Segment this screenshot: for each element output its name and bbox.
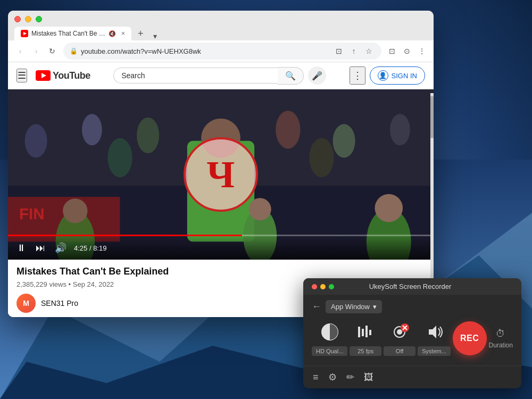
watermark-symbol: Ч [207,155,235,194]
svg-rect-28 [362,329,364,336]
recorder-titlebar: UkeySoft Screen Recorder [303,278,521,295]
duration-section: ⏱ Duration [489,328,513,349]
tab-dropdown-button[interactable]: ▾ [150,32,160,40]
more-options-button[interactable]: ⋮ [415,45,428,57]
forward-button[interactable]: › [29,44,43,58]
scrollbar-thumb[interactable] [430,96,434,138]
browser-window: Mistakes That Can't Be Ex... 🔇 × + ▾ ‹ ›… [8,11,434,317]
svg-marker-4 [23,32,27,35]
url-action-buttons: ⊡ ↑ ☆ [332,45,375,57]
list-button[interactable]: ≡ [312,371,320,384]
back-button[interactable]: ← [312,301,321,312]
voice-search-button[interactable]: 🎤 [308,66,326,85]
view-count: 2,385,229 views [16,280,66,288]
header-right: ⋮ 👤 SIGN IN [350,66,425,85]
tab-bar: Mistakes That Can't Be Ex... 🔇 × + ▾ [14,27,427,40]
youtube-logo[interactable]: YouTube [36,70,90,81]
svg-point-23 [309,138,334,178]
recorder-minimize-btn[interactable] [320,284,326,289]
url-bar[interactable]: 🔒 youtube.com/watch?v=wN-UEHXG8wk ⊡ ↑ ☆ [63,43,381,60]
minimize-button[interactable] [25,16,31,22]
video-player[interactable]: FIN [8,89,434,260]
tab-mute-icon[interactable]: 🔇 [109,30,116,37]
nav-buttons: ‹ › ↻ [13,44,59,58]
edit-button[interactable]: ✏ [345,370,355,384]
svg-point-17 [82,114,102,145]
maximize-button[interactable] [36,16,42,22]
svg-marker-36 [429,326,436,338]
svg-rect-27 [358,327,360,337]
dropdown-arrow: ▾ [373,303,377,311]
source-label: App Window [331,303,370,311]
search-container: 🔍 🎤 [113,66,326,85]
time-display: 4:25 / 8:19 [74,244,106,252]
webcam-icon [388,321,411,343]
profile-button[interactable]: ⊙ [401,45,413,57]
svg-point-20 [333,124,355,157]
recorder-body: ← App Window ▾ HD Qual... [303,295,521,365]
rec-label: REC [460,334,479,343]
bookmark-button[interactable]: ☆ [362,45,375,57]
fps-icon [354,321,377,343]
channel-name: SEN31 Pro [41,299,78,307]
url-display: youtube.com/watch?v=wN-UEHXG8wk [81,47,329,55]
audio-control: System... [418,321,451,356]
svg-rect-30 [369,330,371,335]
search-button[interactable]: 🔍 [278,67,304,85]
recorder-bottom-toolbar: ≡ ⚙ ✏ 🖼 [303,365,521,388]
upload-date: Sep 24, 2022 [73,280,114,288]
search-input[interactable] [113,68,278,84]
webcam-dropdown[interactable]: Off [384,346,415,356]
screenshot-button[interactable]: 🖼 [363,371,375,384]
separator: • [69,280,73,288]
watermark-overlay: Ч [184,137,258,212]
audio-dropdown[interactable]: System... [418,346,451,356]
youtube-logo-icon [36,70,51,81]
extensions-button[interactable]: ⊡ [386,45,398,57]
security-icon: 🔒 [70,47,78,55]
back-button[interactable]: ‹ [13,44,27,58]
refresh-button[interactable]: ↻ [45,44,59,58]
close-button[interactable] [14,16,21,22]
svg-point-16 [25,124,47,157]
quality-control: HD Qual... [312,321,347,356]
sign-in-button[interactable]: 👤 SIGN IN [370,66,425,85]
yt-favicon [21,30,28,37]
tab-close-btn[interactable]: × [121,30,125,37]
audio-icon [423,321,445,343]
svg-text:FIN: FIN [19,205,44,222]
svg-rect-29 [365,326,368,337]
recorder-title: UkeySoft Screen Recorder [369,282,452,290]
svg-point-11 [375,194,403,222]
active-tab[interactable]: Mistakes That Can't Be Ex... 🔇 × [14,27,131,40]
pause-button[interactable]: ⏸ [14,240,28,256]
menu-button[interactable]: ☰ [16,69,27,82]
browser-toolbar-right: ⊡ ⊙ ⋮ [386,45,428,57]
fps-dropdown[interactable]: 25 fps [350,346,381,356]
recorder-window-controls [312,284,334,289]
controls-row: HD Qual... 25 fps [312,319,513,360]
recorder-close-btn[interactable] [312,284,317,289]
watermark-circle: Ч [184,137,258,212]
svg-point-21 [390,114,410,145]
source-dropdown[interactable]: App Window ▾ [326,300,382,313]
youtube-logo-text: YouTube [53,70,90,81]
youtube-header: ☰ YouTube 🔍 🎤 ⋮ 👤 SIGN IN [8,62,434,89]
cast-button[interactable]: ⊡ [332,45,345,57]
next-button[interactable]: ⏭ [34,240,47,256]
new-tab-button[interactable]: + [134,29,148,40]
more-options-button[interactable]: ⋮ [350,66,365,85]
svg-point-22 [107,138,132,178]
volume-button[interactable]: 🔊 [53,240,69,256]
tab-title: Mistakes That Can't Be Ex... [31,30,105,37]
rec-button[interactable]: REC [453,321,487,355]
webcam-control: Off [384,321,415,356]
recorder-maximize-btn[interactable] [329,284,334,289]
svg-marker-5 [41,73,46,78]
traffic-lights [14,16,427,22]
address-bar: ‹ › ↻ 🔒 youtube.com/watch?v=wN-UEHXG8wk … [8,40,434,62]
quality-dropdown[interactable]: HD Qual... [312,346,347,356]
share-button[interactable]: ↑ [347,45,360,57]
video-controls: ⏸ ⏭ 🔊 4:25 / 8:19 [8,236,434,260]
settings-button[interactable]: ⚙ [327,370,338,384]
